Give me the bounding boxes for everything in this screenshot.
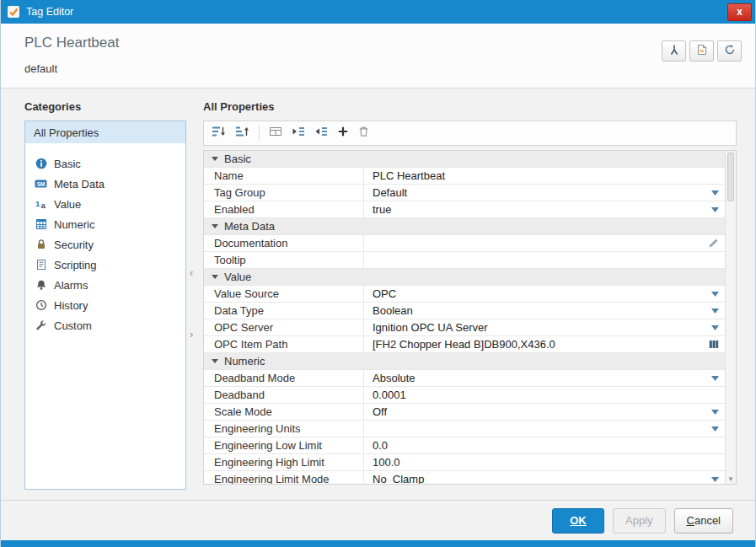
section-header-meta-data[interactable]: Meta Data [204, 218, 725, 235]
dropdown-arrow-icon[interactable] [711, 410, 719, 415]
notes-icon [696, 44, 707, 59]
category-item-history[interactable]: History [25, 295, 185, 315]
sort-descending-button[interactable] [235, 126, 249, 141]
expand-right-icon[interactable]: › [190, 330, 193, 339]
expand-all-button[interactable] [292, 126, 305, 141]
dropdown-arrow-icon[interactable] [711, 426, 719, 432]
section-collapse-icon [212, 224, 218, 228]
property-value-cell[interactable]: Ignition OPC UA Server [364, 319, 725, 335]
sort-ascending-icon [212, 126, 226, 141]
category-item-basic[interactable]: Basic [25, 153, 185, 174]
dropdown-arrow-icon[interactable] [711, 308, 719, 314]
apply-button[interactable]: Apply [613, 508, 666, 534]
svg-text:1: 1 [35, 199, 40, 208]
panel-splitter[interactable]: ‹ › [186, 100, 203, 500]
category-item-meta-data[interactable]: SMMeta Data [25, 174, 185, 194]
category-item-security[interactable]: Security [25, 234, 185, 255]
property-value-cell[interactable]: 100.0 [364, 454, 725, 470]
dropdown-arrow-icon[interactable] [711, 325, 719, 330]
section-header-value[interactable]: Value [204, 269, 725, 286]
dropdown-arrow-icon[interactable] [711, 477, 719, 482]
property-value-cell[interactable]: Off [364, 404, 725, 420]
category-view-button[interactable] [269, 126, 282, 141]
property-value-cell[interactable]: Boolean [364, 303, 725, 319]
titlebar: Tag Editor x [1, 0, 755, 24]
category-item-alarms[interactable]: Alarms [25, 275, 185, 295]
close-button[interactable]: x [727, 3, 752, 21]
collapse-all-button[interactable] [314, 126, 328, 141]
section-collapse-icon [212, 157, 218, 161]
property-name: Engineering Limit Mode [204, 471, 364, 484]
property-value-cell[interactable] [364, 252, 725, 268]
tag-name-title: PLC Heartbeat [24, 35, 119, 51]
scroll-down-icon[interactable]: ▾ [726, 475, 736, 483]
add-property-button[interactable] [337, 126, 349, 141]
property-name: Deadband [204, 387, 364, 403]
property-value: PLC Heartbeat [373, 169, 445, 182]
category-item-custom[interactable]: Custom [25, 315, 185, 335]
category-item-scripting[interactable]: Scripting [25, 255, 185, 275]
property-value-cell[interactable]: OPC [364, 286, 725, 302]
property-value-cell[interactable]: true [364, 201, 725, 217]
svg-text:a: a [40, 201, 46, 210]
section-header-numeric[interactable]: Numeric [204, 353, 725, 370]
property-value-cell[interactable]: Absolute [364, 370, 725, 386]
scrollbar-thumb[interactable] [727, 153, 734, 201]
category-item-value[interactable]: 1aValue [25, 194, 185, 214]
property-row-engineering-high-limit: Engineering High Limit100.0 [204, 454, 725, 471]
property-value: 100.0 [373, 456, 400, 469]
property-value-cell[interactable]: 0.0 [364, 437, 725, 453]
property-row-engineering-limit-mode: Engineering Limit ModeNo_Clamp [204, 471, 725, 484]
dropdown-arrow-icon[interactable] [711, 190, 719, 196]
bell-icon [34, 279, 48, 291]
property-row-name: NamePLC Heartbeat [204, 168, 725, 185]
refresh-button[interactable] [717, 40, 742, 62]
cancel-button[interactable]: Cancel [674, 508, 733, 534]
categories-list: All PropertiesBasicSMMeta Data1aValueNum… [24, 121, 186, 490]
dropdown-arrow-icon[interactable] [711, 292, 719, 297]
property-row-opc-item-path: OPC Item Path[FH2 Chopper Head B]DB900,X… [204, 336, 725, 353]
property-value-cell[interactable] [364, 421, 725, 437]
property-name: Documentation [204, 235, 364, 251]
diagnostics-button[interactable] [662, 40, 686, 62]
property-value-cell[interactable]: Default [364, 185, 725, 201]
ok-button[interactable]: OK [552, 508, 604, 534]
section-header-basic[interactable]: Basic [204, 151, 725, 168]
category-item-all-properties[interactable]: All Properties [25, 121, 185, 143]
category-label: Value [54, 198, 81, 211]
category-item-numeric[interactable]: Numeric [25, 214, 185, 234]
edit-pencil-icon[interactable] [708, 238, 719, 249]
delete-button[interactable] [358, 126, 369, 141]
property-value: No_Clamp [373, 473, 424, 484]
property-value: [FH2 Chopper Head B]DB900,X436.0 [373, 338, 555, 351]
section-label: Numeric [224, 355, 265, 367]
header-buttons [662, 35, 742, 88]
sort-descending-icon [235, 126, 249, 141]
category-label: Alarms [54, 279, 88, 292]
toolbar-separator [259, 126, 260, 141]
property-value: OPC [373, 287, 396, 300]
notes-button[interactable] [689, 40, 714, 62]
collapse-left-icon[interactable]: ‹ [190, 269, 193, 277]
dropdown-arrow-icon[interactable] [711, 376, 719, 381]
property-row-engineering-units: Engineering Units [204, 421, 725, 437]
property-value-cell[interactable]: [FH2 Chopper Head B]DB900,X436.0 [364, 336, 725, 352]
section-collapse-icon [212, 359, 218, 363]
property-value-cell[interactable]: No_Clamp [364, 471, 725, 484]
property-name: Enabled [204, 201, 364, 217]
property-value: Default [373, 186, 407, 199]
opc-browse-icon[interactable] [709, 340, 719, 349]
category-label: Meta Data [54, 178, 105, 190]
property-value-cell[interactable]: PLC Heartbeat [364, 168, 725, 184]
property-value-cell[interactable] [364, 235, 725, 251]
dropdown-arrow-icon[interactable] [711, 207, 719, 212]
properties-heading: All Properties [203, 100, 737, 113]
vertical-scrollbar[interactable]: ▾ [725, 151, 736, 484]
sort-ascending-button[interactable] [212, 126, 226, 141]
property-row-enabled: Enabledtrue [204, 201, 725, 218]
tag-provider-subtitle: default [24, 62, 119, 75]
property-row-tag-group: Tag GroupDefault [204, 185, 725, 201]
window-bottom-border [1, 540, 755, 547]
property-value: Absolute [373, 372, 416, 384]
property-value-cell[interactable]: 0.0001 [364, 387, 725, 403]
